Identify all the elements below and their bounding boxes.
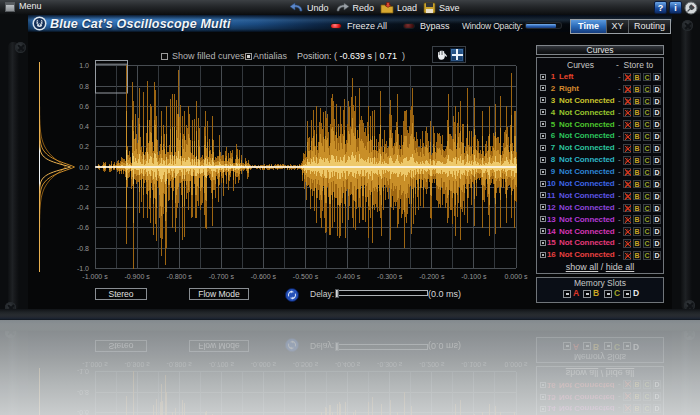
svg-text:-0.8: -0.8 (77, 245, 89, 252)
svg-text:0.000 s: 0.000 s (505, 273, 528, 280)
svg-text:-0.300 s: -0.300 s (377, 361, 403, 368)
svg-text:-0.8: -0.8 (77, 389, 89, 396)
svg-text:-0.6: -0.6 (77, 224, 89, 231)
svg-text:-1.0: -1.0 (77, 368, 89, 375)
svg-text:-0.900 s: -0.900 s (124, 273, 150, 280)
svg-text:0.6: 0.6 (79, 103, 89, 110)
svg-text:-0.400 s: -0.400 s (335, 273, 361, 280)
svg-text:-1.000 s: -1.000 s (82, 273, 108, 280)
svg-text:-0.400 s: -0.400 s (335, 361, 361, 368)
svg-text:-0.500 s: -0.500 s (293, 361, 319, 368)
svg-text:-0.4: -0.4 (77, 204, 89, 211)
svg-text:-0.200 s: -0.200 s (419, 273, 445, 280)
svg-text:-0.2: -0.2 (77, 184, 89, 191)
svg-text:-0.200 s: -0.200 s (419, 361, 445, 368)
svg-text:-0.600 s: -0.600 s (251, 361, 277, 368)
svg-text:-0.800 s: -0.800 s (167, 273, 193, 280)
svg-text:-0.900 s: -0.900 s (124, 361, 150, 368)
svg-text:-0.700 s: -0.700 s (209, 273, 235, 280)
svg-text:-0.800 s: -0.800 s (167, 361, 193, 368)
svg-text:0.8: 0.8 (79, 83, 89, 90)
svg-text:-0.100 s: -0.100 s (461, 361, 487, 368)
svg-text:-0.6: -0.6 (77, 409, 89, 415)
svg-text:0.2: 0.2 (79, 143, 89, 150)
svg-text:-1.0: -1.0 (77, 265, 89, 272)
svg-text:-0.100 s: -0.100 s (461, 273, 487, 280)
svg-text:0.0: 0.0 (79, 164, 89, 171)
svg-text:0.000 s: 0.000 s (505, 361, 528, 368)
svg-text:-1.000 s: -1.000 s (82, 361, 108, 368)
svg-text:0.4: 0.4 (79, 123, 89, 130)
svg-text:-0.700 s: -0.700 s (209, 361, 235, 368)
svg-text:-0.600 s: -0.600 s (251, 273, 277, 280)
svg-text:-0.500 s: -0.500 s (293, 273, 319, 280)
svg-text:-0.300 s: -0.300 s (377, 273, 403, 280)
svg-text:1.0: 1.0 (79, 62, 89, 69)
